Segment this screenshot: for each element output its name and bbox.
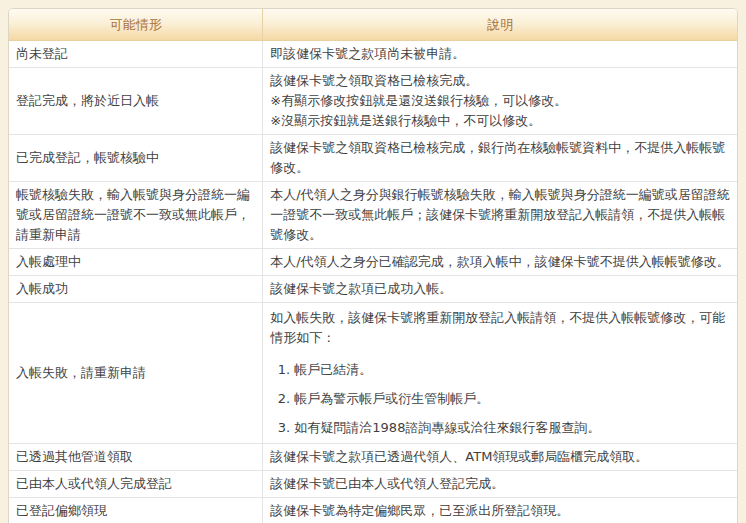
failure-reason-item: 帳戶為警示帳戶或衍生管制帳戶。 xyxy=(294,389,730,409)
failure-reason-item: 如有疑問請洽1988諮詢專線或洽往來銀行客服查詢。 xyxy=(294,418,730,438)
description-cell: 即該健保卡號之款項尚未被申請。 xyxy=(262,41,737,67)
description-cell: 該健保卡號之領取資格已檢核完成。 ※有顯示修改按鈕就是還沒送銀行核驗，可以修改。… xyxy=(262,67,737,134)
situation-cell: 已登記偏鄉領現 xyxy=(9,497,262,523)
description-cell: 本人/代領人之身分已確認完成，款項入帳中，該健保卡號不提供入帳帳號修改。 xyxy=(262,248,737,275)
description-line: ※沒顯示按鈕就是送銀行核驗中，不可以修改。 xyxy=(270,111,730,131)
description-intro: 如入帳失敗，該健保卡號將重新開放登記入帳請領，不提供入帳帳號修改，可能情形如下： xyxy=(270,308,730,348)
page-background: { "accent": { "page_background": "#f8f1e… xyxy=(0,0,746,523)
table-row: 尚未登記 即該健保卡號之款項尚未被申請。 xyxy=(9,41,737,67)
failure-reason-item: 帳戶已結清。 xyxy=(294,360,730,380)
table-row: 已完成登記，帳號核驗中 該健保卡號之領取資格已檢核完成，銀行尚在核驗帳號資料中，… xyxy=(9,134,737,181)
failure-reason-list: 帳戶已結清。 帳戶為警示帳戶或衍生管制帳戶。 如有疑問請洽1988諮詢專線或洽往… xyxy=(270,360,730,438)
situation-cell: 入帳成功 xyxy=(9,275,262,302)
table-row: 已由本人或代領人完成登記 該健保卡號已由本人或代領人登記完成。 xyxy=(9,470,737,497)
table-row: 入帳成功 該健保卡號之款項已成功入帳。 xyxy=(9,275,737,302)
situation-cell: 已完成登記，帳號核驗中 xyxy=(9,134,262,181)
header-row: 可能情形 說明 xyxy=(9,9,737,41)
description-cell: 該健保卡號之領取資格已檢核完成，銀行尚在核驗帳號資料中，不提供入帳帳號修改。 xyxy=(262,134,737,181)
table-header: 可能情形 說明 xyxy=(9,9,737,41)
situation-cell: 已由本人或代領人完成登記 xyxy=(9,470,262,497)
situation-cell: 入帳處理中 xyxy=(9,248,262,275)
table-row: 已透過其他管道領取 該健保卡號之款項已透過代領人、ATM領現或郵局臨櫃完成領取。 xyxy=(9,443,737,470)
situation-cell: 已透過其他管道領取 xyxy=(9,443,262,470)
status-table: 可能情形 說明 尚未登記 即該健保卡號之款項尚未被申請。 登記完成，將於近日入帳… xyxy=(8,8,738,523)
situation-cell: 登記完成，將於近日入帳 xyxy=(9,67,262,134)
situation-cell: 尚未登記 xyxy=(9,41,262,67)
description-cell: 該健保卡號已由本人或代領人登記完成。 xyxy=(262,470,737,497)
column-header-description: 說明 xyxy=(262,9,737,41)
column-header-situation: 可能情形 xyxy=(9,9,262,41)
table-row: 入帳處理中 本人/代領人之身分已確認完成，款項入帳中，該健保卡號不提供入帳帳號修… xyxy=(9,248,737,275)
table-body: 尚未登記 即該健保卡號之款項尚未被申請。 登記完成，將於近日入帳 該健保卡號之領… xyxy=(9,41,737,523)
table-row: 登記完成，將於近日入帳 該健保卡號之領取資格已檢核完成。 ※有顯示修改按鈕就是還… xyxy=(9,67,737,134)
table-row: 已登記偏鄉領現 該健保卡號為特定偏鄉民眾，已至派出所登記領現。 xyxy=(9,497,737,523)
description-cell: 本人/代領人之身分與銀行帳號核驗失敗，輸入帳號與身分證統一編號或居留證統一證號不… xyxy=(262,181,737,248)
description-cell: 該健保卡號為特定偏鄉民眾，已至派出所登記領現。 xyxy=(262,497,737,523)
description-line: 該健保卡號之領取資格已檢核完成。 xyxy=(270,71,730,91)
table-row: 帳號核驗失敗，輸入帳號與身分證統一編號或居留證統一證號不一致或無此帳戶，請重新申… xyxy=(9,181,737,248)
description-cell: 該健保卡號之款項已成功入帳。 xyxy=(262,275,737,302)
description-line: ※有顯示修改按鈕就是還沒送銀行核驗，可以修改。 xyxy=(270,91,730,111)
situation-cell: 入帳失敗，請重新申請 xyxy=(9,302,262,443)
situation-cell: 帳號核驗失敗，輸入帳號與身分證統一編號或居留證統一證號不一致或無此帳戶，請重新申… xyxy=(9,181,262,248)
description-cell: 如入帳失敗，該健保卡號將重新開放登記入帳請領，不提供入帳帳號修改，可能情形如下：… xyxy=(262,302,737,443)
description-cell: 該健保卡號之款項已透過代領人、ATM領現或郵局臨櫃完成領取。 xyxy=(262,443,737,470)
table-row: 入帳失敗，請重新申請 如入帳失敗，該健保卡號將重新開放登記入帳請領，不提供入帳帳… xyxy=(9,302,737,443)
